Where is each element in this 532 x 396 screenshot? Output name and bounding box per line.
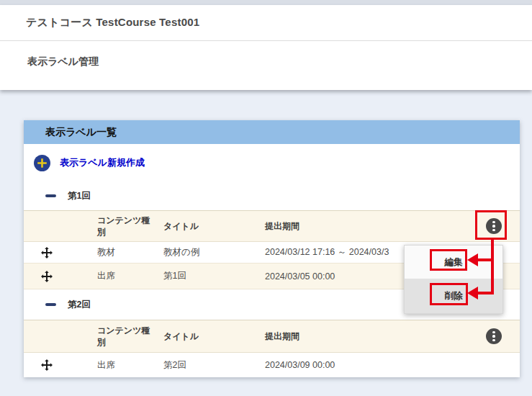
window-top-edge — [0, 0, 532, 5]
menu-item-delete[interactable]: 削除 — [405, 279, 502, 313]
cell-content-type: 出席 — [97, 264, 158, 289]
move-handle-icon[interactable] — [38, 353, 55, 377]
menu-item-edit[interactable]: 編集 — [405, 246, 502, 279]
collapse-icon[interactable] — [45, 303, 56, 306]
panel-title: 表示ラベル一覧 — [45, 126, 117, 139]
table-header-2: コンテンツ種別 タイトル 提出期間 — [24, 320, 520, 353]
column-header-type: コンテンツ種別 — [97, 211, 153, 241]
cell-period: 2024/03/09 00:00 — [265, 353, 430, 377]
vertical-dots-menu-icon[interactable] — [486, 218, 502, 234]
page-title: 表示ラベル管理 — [27, 55, 99, 68]
move-handle-icon[interactable] — [38, 242, 55, 263]
create-label-row: 表示ラベル新規作成 — [24, 144, 520, 181]
cell-title: 第2回 — [163, 353, 257, 377]
page-header: テストコース TestCourse Test001 表示ラベル管理 — [0, 5, 532, 90]
column-header-type: コンテンツ種別 — [97, 320, 153, 352]
column-header-period: 提出期間 — [265, 211, 430, 241]
collapse-icon[interactable] — [45, 194, 56, 197]
column-header-title: タイトル — [163, 211, 257, 241]
table-row: 出席 第2回 2024/03/09 00:00 — [24, 353, 520, 377]
cell-title: 第1回 — [163, 264, 257, 289]
cell-content-type: 出席 — [97, 353, 158, 377]
context-menu: 編集 削除 — [404, 245, 503, 314]
section-label: 第2回 — [68, 299, 91, 311]
column-header-title: タイトル — [163, 320, 257, 352]
section-label: 第1回 — [68, 190, 91, 202]
course-title: テストコース TestCourse Test001 — [26, 16, 199, 30]
table-header-1: コンテンツ種別 タイトル 提出期間 — [24, 210, 520, 242]
panel-header: 表示ラベル一覧 — [24, 120, 520, 144]
cell-content-type: 教材 — [97, 242, 158, 263]
cell-title: 教材の例 — [163, 242, 257, 263]
section-row-1: 第1回 — [24, 181, 520, 210]
plus-icon[interactable] — [34, 155, 50, 171]
column-header-period: 提出期間 — [265, 320, 430, 352]
create-label-link[interactable]: 表示ラベル新規作成 — [60, 156, 145, 169]
vertical-dots-menu-icon[interactable] — [486, 328, 502, 344]
move-handle-icon[interactable] — [38, 264, 55, 289]
